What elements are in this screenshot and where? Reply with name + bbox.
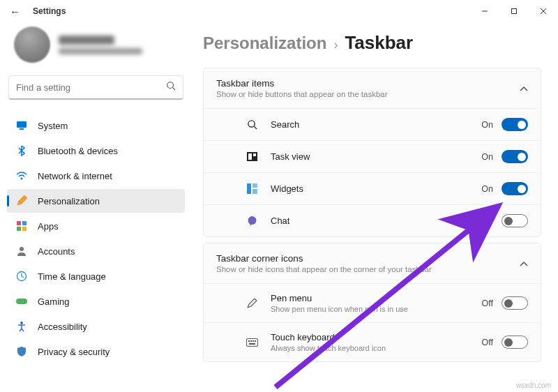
row-search: Search On bbox=[204, 108, 541, 140]
chat-icon bbox=[246, 215, 258, 227]
svg-point-17 bbox=[248, 121, 254, 127]
nav-personalization[interactable]: Personalization bbox=[7, 189, 185, 213]
svg-rect-15 bbox=[16, 299, 27, 304]
clock-icon bbox=[15, 270, 28, 282]
nav-apps[interactable]: Apps bbox=[7, 214, 185, 238]
widgets-icon bbox=[246, 183, 258, 195]
display-icon bbox=[15, 119, 28, 132]
svg-point-8 bbox=[21, 178, 23, 180]
svg-rect-29 bbox=[252, 340, 254, 342]
svg-rect-22 bbox=[247, 183, 251, 194]
pen-icon bbox=[246, 297, 258, 310]
minimize-button[interactable] bbox=[470, 0, 499, 22]
shield-icon bbox=[15, 345, 28, 358]
search-box[interactable] bbox=[8, 75, 183, 100]
paint-icon bbox=[15, 195, 28, 207]
row-taskview: Task view On bbox=[204, 140, 541, 172]
search-icon bbox=[166, 81, 176, 93]
nav-network[interactable]: Network & internet bbox=[7, 164, 185, 188]
toggle-taskview[interactable] bbox=[502, 150, 528, 163]
taskbar-items-header[interactable]: Taskbar items Show or hide buttons that … bbox=[204, 68, 541, 108]
breadcrumb-current: Taskbar bbox=[345, 32, 413, 54]
taskbar-corner-header[interactable]: Taskbar corner icons Show or hide icons … bbox=[204, 243, 541, 283]
titlebar: ← Settings bbox=[0, 0, 558, 22]
taskbar-corner-card: Taskbar corner icons Show or hide icons … bbox=[203, 243, 541, 362]
main-panel: Personalization › Taskbar Taskbar items … bbox=[192, 22, 558, 392]
sidebar: System Bluetooth & devices Network & int… bbox=[0, 22, 192, 392]
accessibility-icon bbox=[15, 320, 28, 333]
search-icon bbox=[246, 119, 258, 131]
toggle-pen[interactable] bbox=[502, 296, 528, 310]
svg-point-25 bbox=[248, 216, 256, 225]
nav-accessibility[interactable]: Accessibility bbox=[7, 315, 185, 338]
svg-rect-12 bbox=[22, 227, 27, 231]
bluetooth-icon bbox=[15, 144, 28, 157]
svg-rect-24 bbox=[252, 189, 257, 194]
taskview-icon bbox=[246, 151, 258, 163]
wifi-icon bbox=[15, 169, 28, 182]
nav-gaming[interactable]: Gaming bbox=[7, 289, 185, 313]
svg-rect-31 bbox=[249, 343, 255, 345]
svg-rect-9 bbox=[17, 221, 21, 225]
svg-rect-10 bbox=[22, 221, 27, 225]
back-button[interactable]: ← bbox=[10, 6, 20, 17]
svg-line-5 bbox=[173, 88, 176, 91]
breadcrumb: Personalization › Taskbar bbox=[203, 32, 541, 54]
svg-rect-1 bbox=[512, 9, 517, 14]
toggle-widgets[interactable] bbox=[502, 182, 528, 195]
nav-bluetooth[interactable]: Bluetooth & devices bbox=[7, 139, 185, 163]
taskbar-items-card: Taskbar items Show or hide buttons that … bbox=[203, 68, 541, 237]
svg-rect-20 bbox=[248, 153, 252, 160]
nav-accounts[interactable]: Accounts bbox=[7, 239, 185, 263]
toggle-chat[interactable] bbox=[502, 214, 528, 227]
user-block[interactable] bbox=[7, 22, 185, 75]
svg-rect-28 bbox=[250, 340, 252, 342]
search-input[interactable] bbox=[16, 82, 166, 93]
svg-point-13 bbox=[20, 247, 24, 251]
maximize-button[interactable] bbox=[499, 0, 529, 22]
nav-list: System Bluetooth & devices Network & int… bbox=[7, 114, 185, 363]
row-pen: Pen menuShow pen menu icon when pen is i… bbox=[204, 283, 541, 322]
chevron-up-icon bbox=[520, 257, 528, 270]
row-touch-keyboard: Touch keyboardAlways show touch keyboard… bbox=[204, 322, 541, 361]
svg-point-16 bbox=[20, 322, 23, 324]
avatar bbox=[14, 27, 50, 63]
nav-privacy[interactable]: Privacy & security bbox=[7, 340, 185, 363]
toggle-touch-keyboard[interactable] bbox=[502, 336, 528, 349]
keyboard-icon bbox=[246, 336, 258, 349]
svg-point-4 bbox=[167, 82, 174, 89]
svg-rect-23 bbox=[252, 183, 257, 188]
apps-icon bbox=[15, 220, 28, 232]
svg-rect-11 bbox=[17, 227, 21, 231]
close-button[interactable] bbox=[529, 0, 558, 22]
watermark: wsxdn.com bbox=[516, 382, 551, 389]
nav-system[interactable]: System bbox=[7, 114, 185, 137]
accounts-icon bbox=[15, 245, 28, 257]
row-chat: Chat Off bbox=[204, 204, 541, 236]
svg-rect-21 bbox=[253, 153, 256, 156]
breadcrumb-parent[interactable]: Personalization bbox=[203, 33, 326, 53]
svg-line-18 bbox=[254, 126, 257, 129]
svg-rect-26 bbox=[246, 338, 257, 346]
svg-rect-27 bbox=[248, 340, 250, 342]
row-widgets: Widgets On bbox=[204, 172, 541, 204]
nav-time[interactable]: Time & language bbox=[7, 264, 185, 288]
chevron-right-icon: › bbox=[333, 38, 338, 52]
svg-rect-7 bbox=[20, 128, 24, 130]
chevron-up-icon bbox=[520, 82, 528, 95]
toggle-search[interactable] bbox=[502, 118, 528, 131]
window-title: Settings bbox=[33, 6, 66, 16]
svg-rect-6 bbox=[17, 121, 27, 128]
svg-rect-30 bbox=[255, 340, 256, 342]
gaming-icon bbox=[15, 295, 28, 308]
